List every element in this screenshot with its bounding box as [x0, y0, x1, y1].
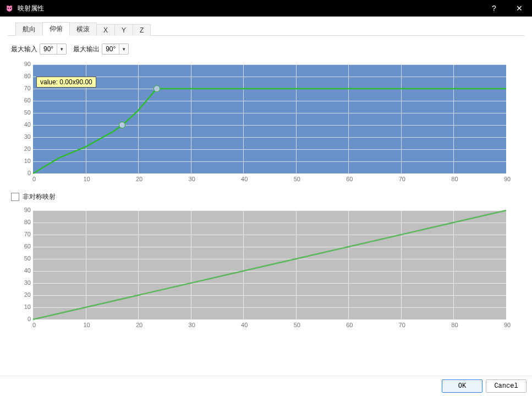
x-tick-label: 60: [344, 322, 355, 328]
ok-button[interactable]: OK: [442, 379, 482, 393]
help-button[interactable]: ?: [481, 0, 507, 17]
x-tick-label: 30: [187, 176, 198, 182]
max-input-value: 90°: [40, 45, 57, 53]
y-tick-label: 50: [12, 255, 31, 262]
max-output-combo[interactable]: 90° ▼: [102, 44, 129, 55]
dialog-window: 映射属性 ? ✕ 航向仰俯横滚XYZ 最大输入 90° ▼ 最大输出 90° ▼…: [0, 0, 532, 396]
max-input-label: 最大输入: [11, 45, 37, 54]
y-tick-label: 80: [12, 219, 31, 225]
max-input-combo[interactable]: 90° ▼: [40, 44, 67, 55]
tab-5[interactable]: Z: [133, 24, 151, 36]
app-icon: [4, 3, 14, 13]
plot-area[interactable]: [33, 64, 506, 173]
data-line[interactable]: [33, 210, 506, 319]
controls-row: 最大输入 90° ▼ 最大输出 90° ▼: [8, 36, 524, 58]
y-tick-label: 30: [12, 133, 31, 140]
chevron-down-icon: ▼: [57, 44, 66, 54]
x-tick-label: 80: [449, 322, 460, 328]
y-tick-label: 10: [12, 303, 31, 310]
close-button[interactable]: ✕: [507, 0, 532, 17]
y-tick-label: 20: [12, 145, 31, 152]
svg-point-4: [10, 6, 12, 8]
data-line[interactable]: [33, 89, 506, 173]
max-output-value: 90°: [102, 45, 119, 53]
control-point[interactable]: [119, 122, 125, 128]
x-tick-label: 60: [344, 176, 355, 182]
chart-bottom[interactable]: 01020304050607080900102030405060708090: [8, 204, 531, 334]
x-tick-label: 20: [134, 176, 145, 182]
svg-point-1: [8, 8, 9, 9]
y-tick-label: 60: [12, 243, 31, 249]
x-tick-label: 40: [239, 322, 250, 328]
svg-point-3: [7, 6, 9, 8]
y-tick-label: 70: [12, 231, 31, 237]
tab-4[interactable]: Y: [114, 24, 133, 36]
x-tick-label: 50: [292, 176, 303, 182]
y-tick-label: 60: [12, 97, 31, 104]
control-point[interactable]: [153, 85, 160, 92]
cancel-button[interactable]: Cancel: [486, 379, 526, 393]
chart-top[interactable]: 01020304050607080900102030405060708090va…: [8, 58, 531, 188]
dialog-footer: OK Cancel: [0, 376, 532, 396]
plot-area[interactable]: [33, 210, 506, 319]
x-tick-label: 50: [292, 322, 303, 328]
title-bar: 映射属性 ? ✕: [0, 0, 532, 17]
chart-tooltip: value: 0.00x90.00: [36, 77, 96, 88]
x-tick-label: 40: [239, 176, 250, 182]
y-tick-label: 90: [12, 61, 31, 67]
y-tick-label: 90: [12, 207, 31, 213]
x-tick-label: 10: [81, 322, 92, 328]
svg-point-2: [10, 8, 11, 9]
x-tick-label: 0: [29, 176, 40, 182]
tab-bar: 航向仰俯横滚XYZ: [8, 22, 524, 36]
x-tick-label: 70: [397, 176, 408, 182]
x-tick-label: 90: [502, 176, 513, 182]
y-tick-label: 80: [12, 73, 31, 79]
y-tick-label: 50: [12, 109, 31, 116]
y-tick-label: 0: [12, 170, 31, 176]
y-tick-label: 10: [12, 158, 31, 164]
tab-1[interactable]: 仰俯: [42, 22, 70, 36]
tab-2[interactable]: 横滚: [69, 23, 97, 36]
x-tick-label: 10: [81, 176, 92, 182]
x-tick-label: 90: [502, 322, 513, 328]
chevron-down-icon: ▼: [119, 44, 128, 54]
y-tick-label: 0: [12, 316, 31, 322]
x-tick-label: 30: [187, 322, 198, 328]
asym-checkbox[interactable]: [11, 193, 19, 201]
x-tick-label: 20: [134, 322, 145, 328]
y-tick-label: 20: [12, 291, 31, 298]
asym-label: 非对称映射: [23, 192, 56, 202]
x-tick-label: 70: [397, 322, 408, 328]
y-tick-label: 40: [12, 267, 31, 274]
x-tick-label: 80: [449, 176, 460, 182]
y-tick-label: 70: [12, 85, 31, 91]
y-tick-label: 40: [12, 121, 31, 128]
tab-3[interactable]: X: [96, 24, 115, 36]
max-output-label: 最大输出: [73, 45, 100, 54]
asym-row: 非对称映射: [8, 188, 524, 204]
tab-0[interactable]: 航向: [15, 23, 43, 36]
window-title: 映射属性: [18, 4, 44, 13]
x-tick-label: 0: [29, 322, 40, 328]
y-tick-label: 30: [12, 279, 31, 286]
content-area: 航向仰俯横滚XYZ 最大输入 90° ▼ 最大输出 90° ▼ 01020304…: [0, 17, 532, 376]
